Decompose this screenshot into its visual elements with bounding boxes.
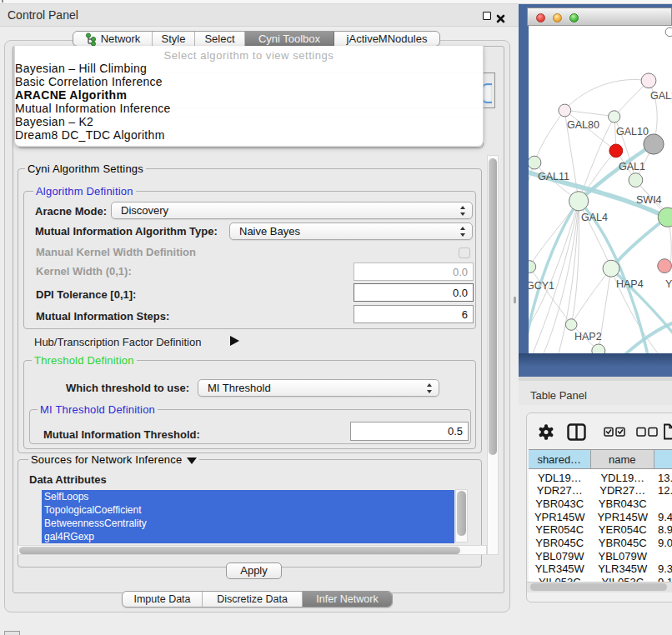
svg-text:GCY1: GCY1 — [529, 280, 554, 292]
svg-text:GAL4: GAL4 — [581, 212, 608, 223]
svg-text:GAL10: GAL10 — [616, 126, 649, 138]
svg-text:YJ: YJ — [665, 278, 672, 290]
svg-text:HAP4: HAP4 — [616, 278, 644, 290]
svg-text:GAL1: GAL1 — [619, 161, 645, 172]
svg-text:GAL2: GAL2 — [650, 90, 672, 102]
svg-text:SWI4: SWI4 — [636, 194, 662, 206]
svg-text:HAP2: HAP2 — [574, 331, 602, 342]
svg-text:GAL11: GAL11 — [538, 171, 569, 182]
svg-text:GAL80: GAL80 — [567, 119, 599, 131]
